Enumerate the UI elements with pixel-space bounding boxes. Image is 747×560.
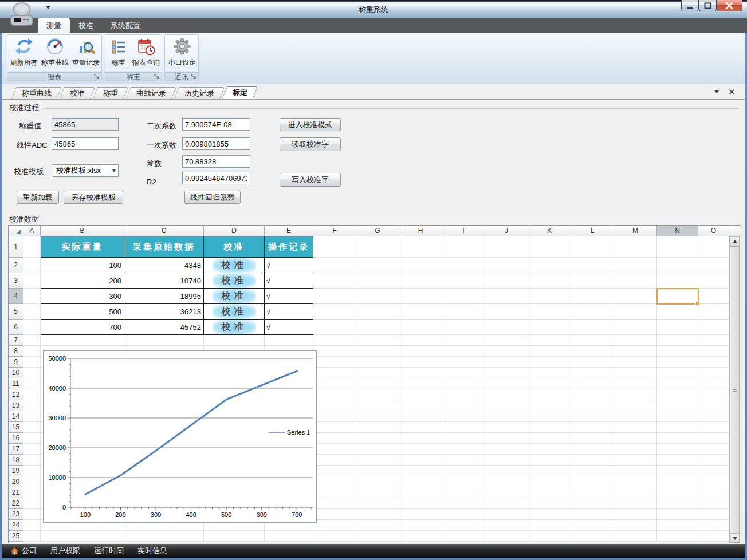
cell-A3[interactable] [23, 273, 41, 289]
row-header-4[interactable]: 4 [9, 289, 23, 304]
cell-G2[interactable] [356, 258, 399, 273]
cell-M15[interactable] [614, 422, 657, 433]
cell-N12[interactable] [657, 389, 698, 400]
cell-G1[interactable] [356, 236, 399, 258]
cell-E25[interactable] [265, 531, 313, 542]
cell-K13[interactable] [528, 400, 571, 411]
cell-K11[interactable] [528, 378, 571, 389]
cell-J19[interactable] [485, 466, 528, 476]
cell-K10[interactable] [528, 368, 571, 378]
cell-A7[interactable] [23, 335, 41, 346]
cell-N1[interactable] [657, 236, 698, 258]
select-all-corner[interactable] [9, 226, 23, 236]
cell-M2[interactable] [614, 258, 657, 273]
cell-O19[interactable] [698, 466, 729, 476]
cell-I18[interactable] [442, 455, 485, 466]
cell-K3[interactable] [528, 273, 571, 289]
cell-F5[interactable] [313, 304, 356, 320]
cell-L12[interactable] [571, 389, 614, 400]
cell-F9[interactable] [313, 357, 356, 368]
row-header-5[interactable]: 5 [9, 304, 23, 320]
cell-H7[interactable] [399, 335, 442, 346]
scroll-down-button[interactable] [730, 533, 740, 543]
column-header-C[interactable]: C [124, 226, 204, 236]
cell-J22[interactable] [485, 498, 528, 509]
ribbon-button-report-query[interactable]: 报表查询 [131, 35, 162, 72]
cell-J13[interactable] [485, 400, 528, 411]
cell-L22[interactable] [571, 498, 614, 509]
cell-G7[interactable] [356, 335, 399, 346]
row-header-3[interactable]: 3 [9, 273, 23, 289]
row-header-18[interactable]: 18 [9, 455, 23, 466]
cell-O11[interactable] [698, 378, 729, 389]
cell-O21[interactable] [698, 487, 729, 498]
cell-H8[interactable] [399, 346, 442, 357]
quadratic-coeff-field[interactable] [182, 118, 250, 131]
row-header-16[interactable]: 16 [9, 433, 23, 444]
cell-L7[interactable] [571, 335, 614, 346]
cell-O8[interactable] [698, 346, 729, 357]
row-header-13[interactable]: 13 [9, 400, 23, 411]
cell-I23[interactable] [442, 509, 485, 520]
cell-I11[interactable] [442, 378, 485, 389]
cell-K22[interactable] [528, 498, 571, 509]
cell-G13[interactable] [356, 400, 399, 411]
cell-I24[interactable] [442, 520, 485, 531]
cell-M4[interactable] [614, 289, 657, 304]
cell-K14[interactable] [528, 411, 571, 422]
cell-B25[interactable] [41, 531, 124, 542]
weigh-value-field[interactable] [52, 118, 119, 131]
cell-I19[interactable] [442, 466, 485, 476]
column-header-K[interactable]: K [528, 226, 571, 236]
cell-A16[interactable] [23, 433, 41, 444]
cell-O24[interactable] [698, 520, 729, 531]
cell-M9[interactable] [614, 357, 657, 368]
cell-I13[interactable] [442, 400, 485, 411]
cell-F8[interactable] [313, 346, 356, 357]
cell-C5[interactable]: 36213 [124, 304, 204, 320]
cell-M24[interactable] [614, 520, 657, 531]
cell-G8[interactable] [356, 346, 399, 357]
cell-O4[interactable] [698, 289, 729, 304]
cell-H23[interactable] [399, 509, 442, 520]
column-header-D[interactable]: D [204, 226, 265, 236]
cell-K24[interactable] [528, 520, 571, 531]
cell-L10[interactable] [571, 368, 614, 378]
cell-A21[interactable] [23, 487, 41, 498]
cell-G4[interactable] [356, 289, 399, 304]
cell-H16[interactable] [399, 433, 442, 444]
ribbon-button-weigh-curve[interactable]: 称重曲线 [40, 35, 71, 72]
cell-M6[interactable] [614, 320, 657, 335]
doc-tab-weighing[interactable]: 称重 [95, 87, 126, 99]
cell-F12[interactable] [313, 389, 356, 400]
cell-E7[interactable] [265, 335, 313, 346]
cell-N6[interactable] [657, 320, 698, 335]
cell-G19[interactable] [356, 466, 399, 476]
column-header-E[interactable]: E [265, 226, 313, 236]
cell-I6[interactable] [442, 320, 485, 335]
cell-I21[interactable] [442, 487, 485, 498]
ribbon-tab-calibrate[interactable]: 校准 [70, 18, 102, 33]
cell-O12[interactable] [698, 389, 729, 400]
cell-D2[interactable]: 校准 [204, 258, 265, 273]
cell-L21[interactable] [571, 487, 614, 498]
cell-J8[interactable] [485, 346, 528, 357]
calibrate-cell-button[interactable]: 校准 [213, 258, 256, 273]
app-icon-scale[interactable] [7, 2, 37, 27]
cell-A9[interactable] [23, 357, 41, 368]
dialog-launcher-icon[interactable] [190, 73, 197, 80]
cell-L25[interactable] [571, 531, 614, 542]
cell-F24[interactable] [313, 520, 356, 531]
cell-K2[interactable] [528, 258, 571, 273]
row-header-20[interactable]: 20 [9, 476, 23, 487]
cell-I20[interactable] [442, 476, 485, 487]
cell-N7[interactable] [657, 335, 698, 346]
cell-H9[interactable] [399, 357, 442, 368]
cell-I1[interactable] [442, 236, 485, 258]
cell-L19[interactable] [571, 466, 614, 476]
linear-adc-field[interactable] [52, 137, 119, 150]
cell-G21[interactable] [356, 487, 399, 498]
selected-cell-N4[interactable] [656, 288, 699, 305]
quick-access-dropdown-icon[interactable] [46, 6, 51, 11]
cell-H21[interactable] [399, 487, 442, 498]
